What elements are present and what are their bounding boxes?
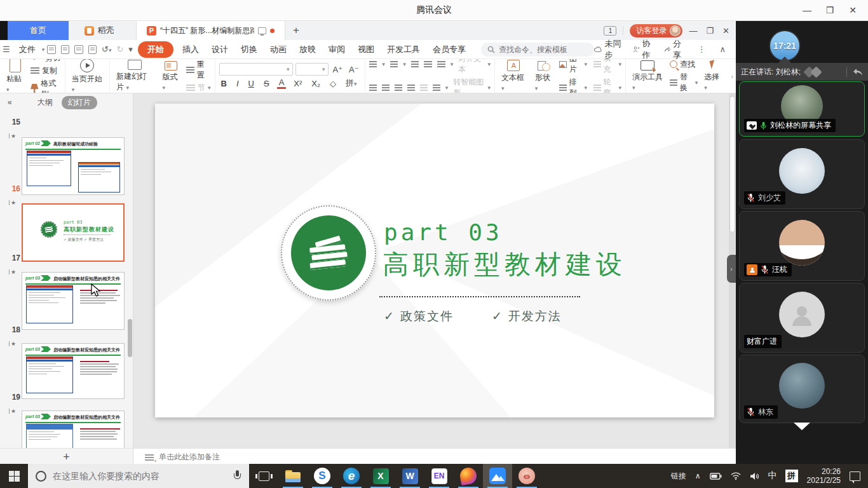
edge-button[interactable]: e — [337, 464, 366, 488]
menu-devtools[interactable]: 开发工具 — [381, 44, 426, 55]
participant-tile-wanghang[interactable]: 汪杭 — [739, 211, 865, 281]
preview-icon[interactable] — [88, 45, 97, 54]
minimize-button[interactable]: — — [801, 4, 813, 17]
firefox-button[interactable] — [454, 464, 483, 488]
text-direction-icon[interactable] — [437, 61, 445, 67]
save-icon[interactable] — [47, 45, 55, 54]
layout-button[interactable]: 版式 ▾ — [160, 61, 182, 92]
superscript-button[interactable]: X² — [292, 79, 304, 88]
align-left-icon[interactable] — [369, 85, 377, 91]
menu-start[interactable]: 开始 — [138, 41, 173, 58]
file-explorer-button[interactable] — [278, 464, 308, 488]
battery-icon[interactable] — [705, 464, 726, 488]
menu-member[interactable]: 会员专享 — [426, 44, 472, 55]
maximize-button[interactable]: ❐ — [824, 4, 836, 17]
word-button[interactable]: W — [395, 464, 424, 488]
taskbar-search-box[interactable] — [28, 464, 249, 488]
wifi-icon[interactable] — [726, 464, 745, 488]
right-panel-expander[interactable]: › — [727, 255, 736, 283]
picture-button[interactable]: 图片▾ — [559, 59, 587, 75]
collapse-ribbon-icon[interactable]: ∧ — [717, 44, 728, 54]
menu-design[interactable]: 设计 — [205, 44, 234, 55]
shrink-font-button[interactable]: A⁻ — [347, 65, 361, 74]
outline-button[interactable]: 轮廓▾ — [593, 77, 621, 93]
menu-file[interactable]: 文件 — [13, 44, 42, 55]
menu-transition[interactable]: 切换 — [234, 44, 264, 55]
menu-slideshow[interactable]: 放映 — [293, 44, 322, 55]
outline-tab[interactable]: 大纲 — [37, 97, 53, 108]
sogou-button[interactable]: S — [308, 464, 337, 488]
reply-arrow-icon[interactable] — [853, 68, 863, 76]
slide-18-thumbnail[interactable]: part 03启动编新型教材应知悉的相关文件 — [22, 343, 125, 399]
tray-chevron-up-icon[interactable]: ∧ — [691, 464, 705, 488]
distribute-icon[interactable] — [420, 85, 428, 91]
numbered-list-icon[interactable] — [390, 61, 398, 67]
shapes-button[interactable]: 形状 ▾ — [532, 60, 555, 92]
pinyin-button[interactable]: 拼▾ — [344, 78, 359, 89]
clear-format-button[interactable]: ◇ — [328, 79, 338, 88]
command-search-input[interactable] — [499, 45, 588, 54]
action-center-icon[interactable] — [850, 471, 860, 481]
font-size-select[interactable]: ▾ — [295, 63, 329, 76]
line-spacing-icon[interactable] — [433, 85, 440, 91]
slide-canvas[interactable]: part 03 高职新型教材建设 ✓政策文件 ✓开发方法 — [155, 104, 714, 417]
sync-status[interactable]: 未同步 — [594, 38, 624, 61]
task-view-button[interactable] — [249, 464, 278, 488]
ribbon-expand-icon[interactable]: › — [728, 59, 736, 93]
fill-button[interactable]: 填充▾ — [593, 59, 621, 75]
panel-collapse-icon[interactable]: « — [8, 98, 12, 107]
to-smartart-button[interactable]: 转智能图形▾ — [453, 77, 491, 93]
message-count-badge[interactable]: 1 — [604, 26, 616, 36]
font-color-button[interactable]: A — [277, 78, 287, 89]
close-button[interactable]: ✕ — [846, 4, 859, 17]
italic-button[interactable]: I — [234, 79, 241, 88]
cut-button[interactable]: ✂剪切 — [31, 59, 61, 64]
participant-tile-caifuguangjin[interactable]: 财富广进 — [739, 283, 865, 353]
collaborate-button[interactable]: 协作 — [633, 38, 655, 61]
print-preview-icon[interactable] — [74, 45, 83, 54]
participant-tile-liushaoai[interactable]: 刘少艾 — [739, 139, 865, 209]
ime-language-indicator[interactable]: 中 — [764, 464, 782, 488]
underline-button[interactable]: U — [247, 79, 256, 88]
undo-icon[interactable]: ↺▾ — [99, 44, 114, 54]
paste-button[interactable]: 粘贴 ▾ — [4, 59, 27, 93]
wps-close-button[interactable]: ✕ — [722, 26, 729, 36]
command-search-box[interactable] — [481, 43, 594, 57]
select-button[interactable]: 选择 ▾ — [702, 60, 724, 92]
taskbar-search-input[interactable] — [53, 471, 227, 481]
align-center-icon[interactable] — [382, 85, 390, 91]
hamburger-icon[interactable]: ☰ — [0, 44, 13, 54]
wps-minimize-button[interactable]: — — [689, 26, 697, 36]
evernote-button[interactable]: EN — [424, 464, 454, 488]
scroll-more-indicator[interactable] — [794, 423, 810, 430]
increase-indent-icon[interactable] — [424, 61, 432, 67]
panel-scrollbar-thumb[interactable] — [128, 319, 132, 357]
tab-document[interactable]: P “十四五” 新形...材编制新思路1 — [136, 21, 285, 40]
new-slide-button[interactable]: 新建幻灯片 ▾ — [114, 60, 156, 93]
menu-animation[interactable]: 动画 — [264, 44, 293, 55]
main-scrollbar-thumb[interactable] — [729, 96, 735, 233]
tab-home[interactable]: 首页 — [8, 21, 69, 40]
tray-clock[interactable]: 20:26 2021/2/25 — [802, 467, 846, 485]
align-right-icon[interactable] — [395, 85, 402, 91]
slides-tab[interactable]: 幻灯片 — [62, 96, 97, 109]
bold-button[interactable]: B — [219, 79, 229, 88]
volume-icon[interactable] — [745, 464, 764, 488]
font-family-select[interactable]: ▾ — [219, 63, 293, 76]
copy-button[interactable]: 复制 — [31, 65, 61, 76]
bullet-list-icon[interactable] — [369, 61, 377, 67]
subscript-button[interactable]: X₂ — [309, 79, 322, 88]
menu-insert[interactable]: 插入 — [176, 44, 205, 55]
menu-review[interactable]: 审阅 — [322, 44, 351, 55]
ime-pinyin-indicator[interactable]: 拼 — [785, 470, 798, 482]
slide-17-thumbnail[interactable]: part 03启动编新型教材应知悉的相关文件 — [22, 272, 125, 330]
reset-button[interactable]: 重置 — [186, 59, 211, 81]
guest-login-button[interactable]: 访客登录 — [630, 24, 682, 37]
slide-15-thumbnail[interactable]: part 02高职教材编写成功经验 — [22, 137, 125, 195]
excel-button[interactable]: X — [366, 464, 395, 488]
decrease-indent-icon[interactable] — [411, 61, 419, 67]
align-text-button[interactable]: 对齐文本▾ — [458, 59, 491, 75]
slide-19-thumbnail[interactable]: part 03启动编新型教材应知悉的相关文件 — [22, 410, 125, 448]
replace-button[interactable]: 替换▾ — [670, 72, 698, 93]
strikethrough-button[interactable]: S — [262, 79, 271, 88]
